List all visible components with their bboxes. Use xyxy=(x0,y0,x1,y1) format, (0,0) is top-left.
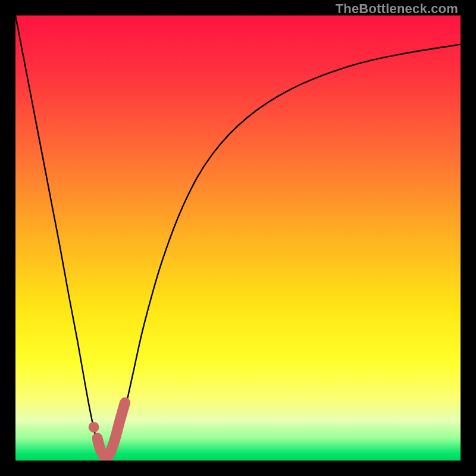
watermark-label: TheBottleneck.com xyxy=(336,1,458,17)
plot-area xyxy=(15,15,461,461)
svg-point-1 xyxy=(89,422,99,433)
chart-frame: TheBottleneck.com xyxy=(0,0,476,476)
bottleneck-curve xyxy=(15,15,461,461)
